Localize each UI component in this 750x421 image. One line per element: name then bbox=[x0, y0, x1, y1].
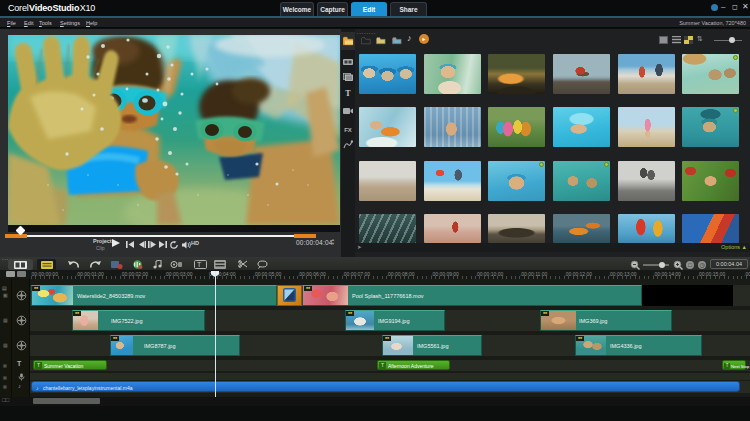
svg-text:T: T bbox=[197, 261, 202, 268]
